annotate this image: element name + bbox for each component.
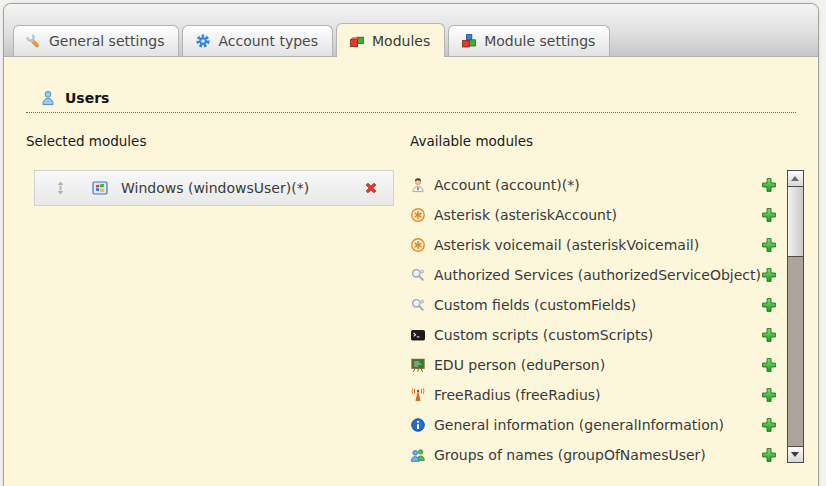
antenna-icon: [410, 387, 426, 403]
available-module-row: Asterisk voicemail (asteriskVoicemail): [410, 230, 777, 260]
add-module-button[interactable]: [761, 417, 777, 433]
add-module-button[interactable]: [761, 267, 777, 283]
asterisk-voicemail-icon: [410, 237, 426, 253]
group-icon: [410, 447, 426, 463]
arrow-down-icon: [791, 452, 799, 457]
tab-label: Module settings: [484, 33, 595, 49]
arrow-up-icon: [791, 176, 799, 181]
available-modules-column: Available modules Account (account)(*)As…: [410, 133, 817, 470]
remove-module-button[interactable]: [363, 180, 379, 196]
tab-module-settings[interactable]: Module settings: [448, 25, 610, 56]
available-module-name: Asterisk voicemail (asteriskVoicemail): [434, 237, 699, 253]
add-module-button[interactable]: [761, 177, 777, 193]
authorized-services-icon: [410, 267, 426, 283]
available-module-name: Asterisk (asteriskAccount): [434, 207, 617, 223]
selected-module-row[interactable]: Windows (windowsUser)(*): [34, 170, 394, 206]
account-icon: [410, 177, 426, 193]
available-module-name: EDU person (eduPerson): [434, 357, 605, 373]
available-modules-list: Account (account)(*)Asterisk (asteriskAc…: [410, 170, 817, 470]
available-modules-label: Available modules: [410, 133, 817, 149]
drag-handle[interactable]: [55, 181, 66, 195]
section-header: Users: [26, 90, 796, 113]
add-module-button[interactable]: [761, 447, 777, 463]
tab-label: General settings: [49, 33, 164, 49]
wrench-icon: [26, 33, 42, 49]
info-icon: [410, 417, 426, 433]
content-area: Users Selected modules Windows (windowsU…: [4, 57, 818, 470]
available-module-name: FreeRadius (freeRadius): [434, 387, 601, 403]
selected-modules-column: Selected modules Windows (windowsUser)(*…: [26, 133, 394, 470]
scroll-up-button[interactable]: [788, 171, 803, 187]
available-module-name: General information (generalInformation): [434, 417, 724, 433]
tab-label: Modules: [372, 33, 430, 49]
custom-fields-icon: [410, 297, 426, 313]
available-module-row: Groups of names (groupOfNamesUser): [410, 440, 777, 470]
user-icon: [40, 90, 56, 106]
scrollbar-track[interactable]: [788, 187, 803, 446]
module-settings-icon: [461, 33, 477, 49]
terminal-icon: [410, 327, 426, 343]
available-module-name: Custom fields (customFields): [434, 297, 636, 313]
tab-modules[interactable]: Modules: [336, 23, 445, 57]
asterisk-icon: [410, 207, 426, 223]
add-module-button[interactable]: [761, 297, 777, 313]
selected-modules-list: Windows (windowsUser)(*): [26, 170, 394, 206]
available-module-name: Groups of names (groupOfNamesUser): [434, 447, 706, 463]
available-module-name: Authorized Services (authorizedServiceOb…: [434, 267, 761, 283]
available-module-row: Asterisk (asteriskAccount): [410, 200, 777, 230]
tab-general-settings[interactable]: General settings: [13, 25, 179, 56]
edu-person-icon: [410, 357, 426, 373]
available-module-row: Custom fields (customFields): [410, 290, 777, 320]
available-module-row: EDU person (eduPerson): [410, 350, 777, 380]
account-types-icon: [195, 33, 211, 49]
available-module-row: General information (generalInformation): [410, 410, 777, 440]
selected-modules-label: Selected modules: [26, 133, 394, 149]
scroll-down-button[interactable]: [788, 446, 803, 462]
section-title: Users: [65, 90, 109, 106]
add-module-button[interactable]: [761, 207, 777, 223]
add-module-button[interactable]: [761, 387, 777, 403]
available-module-row: Account (account)(*): [410, 170, 777, 200]
scrollbar[interactable]: [787, 170, 804, 463]
settings-window: General settingsAccount typesModulesModu…: [3, 3, 819, 486]
tab-account-types[interactable]: Account types: [182, 25, 333, 56]
section-title-row: Users: [40, 90, 796, 106]
available-module-row: FreeRadius (freeRadius): [410, 380, 777, 410]
tab-bar: General settingsAccount typesModulesModu…: [4, 4, 818, 57]
selected-module-name: Windows (windowsUser)(*): [121, 180, 309, 196]
tab-label: Account types: [218, 33, 318, 49]
add-module-button[interactable]: [761, 237, 777, 253]
add-module-button[interactable]: [761, 357, 777, 373]
available-module-name: Account (account)(*): [434, 177, 580, 193]
available-module-row: Custom scripts (customScripts): [410, 320, 777, 350]
available-module-row: Authorized Services (authorizedServiceOb…: [410, 260, 777, 290]
windows-icon: [92, 180, 108, 196]
module-columns: Selected modules Windows (windowsUser)(*…: [26, 133, 796, 470]
add-module-button[interactable]: [761, 327, 777, 343]
available-module-name: Custom scripts (customScripts): [434, 327, 653, 343]
scrollbar-thumb[interactable]: [788, 187, 803, 257]
modules-icon: [349, 33, 365, 49]
